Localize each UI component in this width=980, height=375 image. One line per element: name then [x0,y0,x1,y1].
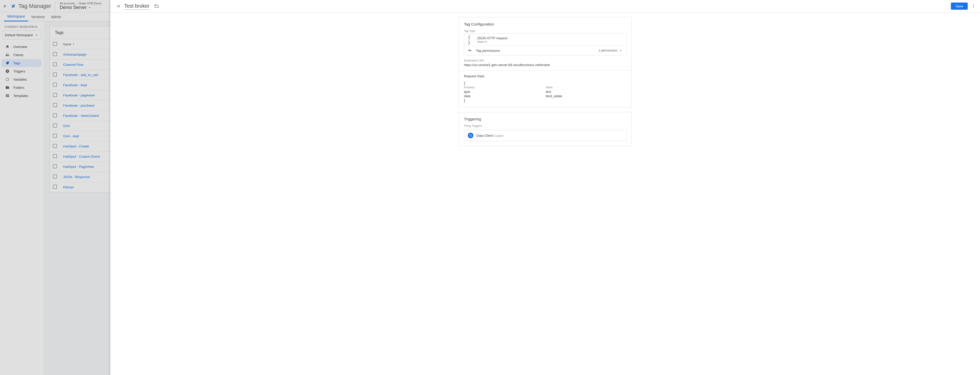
modal-scrim[interactable] [0,0,110,375]
close-icon [116,4,121,8]
firing-triggers-label: Firing Triggers [464,124,627,127]
open-brace: { [464,81,627,85]
tag-title[interactable]: Test broker [124,3,150,10]
tag-editor-panel: Test broker Save Tag Configuration Tag T… [110,0,980,375]
tag-type-box: { } JSON HTTP request stape-io Tag permi… [464,33,627,55]
request-data-label: Request Data [464,74,627,78]
svg-point-3 [973,6,974,6]
triggering-title: Triggering [464,117,627,121]
col-value: Value [546,86,553,89]
kv-row: type test [464,90,627,93]
folder-icon [154,4,159,8]
template-name: JSON HTTP request [477,36,508,40]
tag-template-row[interactable]: { } JSON HTTP request stape-io [464,34,626,46]
kv-key: data [464,94,546,98]
tag-permissions-label: Tag permissions [476,49,500,52]
kv-key: type [464,90,546,93]
kv-row: data ttest_adata [464,94,627,98]
key-icon [468,49,473,52]
svg-point-4 [973,7,974,8]
dest-url-label: Destination URL [464,59,627,62]
tag-permissions-row[interactable]: Tag permissions 2 permissions [464,46,626,55]
tag-type-label: Tag Type [464,29,627,32]
svg-point-2 [973,5,974,5]
tag-config-title: Tag Configuration [464,22,627,26]
kv-val: ttest_adata [546,94,562,98]
dest-url-value: https://us-central1-gtm-server-69.cloudf… [464,63,627,67]
trigger-custom-icon [468,133,473,138]
tag-configuration-card[interactable]: Tag Configuration Tag Type { } JSON HTTP… [458,17,632,108]
trigger-type: Custom [494,134,504,137]
close-button[interactable] [113,1,124,11]
save-button[interactable]: Save [951,3,968,10]
template-author: stape-io [477,40,508,43]
svg-point-5 [469,134,472,136]
triggering-card[interactable]: Triggering Firing Triggers Data Client C… [458,112,632,146]
more-button[interactable] [970,3,977,10]
kv-val: test [546,90,551,93]
col-property: Property [464,86,546,89]
trigger-row[interactable]: Data Client Custom [464,130,627,141]
braces-icon: { } [468,37,474,43]
chevron-right-icon [619,49,623,52]
trigger-name: Data Client [476,134,493,138]
close-brace: } [464,98,627,103]
folder-button[interactable] [153,2,161,10]
more-vert-icon [971,4,975,8]
permissions-count: 2 permissions [598,49,617,52]
